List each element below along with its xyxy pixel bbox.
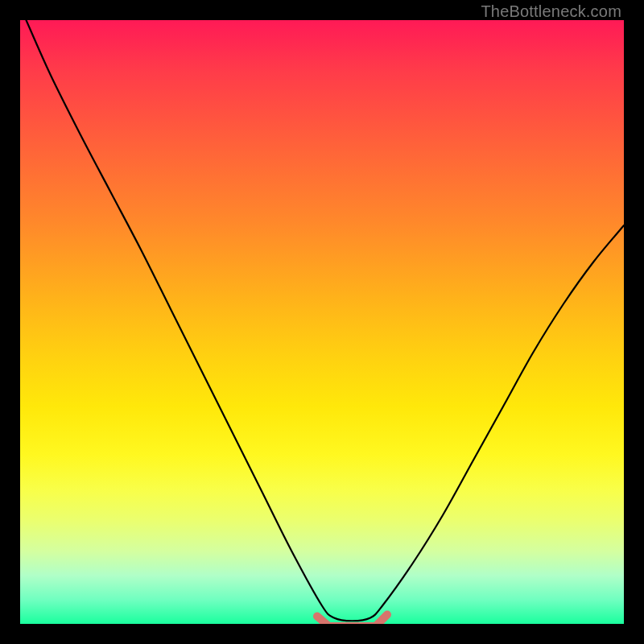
chart-svg	[20, 20, 624, 624]
watermark-text: TheBottleneck.com	[481, 2, 621, 21]
bottleneck-curve	[27, 20, 625, 621]
flat-marker-right	[376, 615, 387, 625]
chart-frame: TheBottleneck.com	[0, 0, 644, 644]
plot-area	[20, 20, 624, 624]
